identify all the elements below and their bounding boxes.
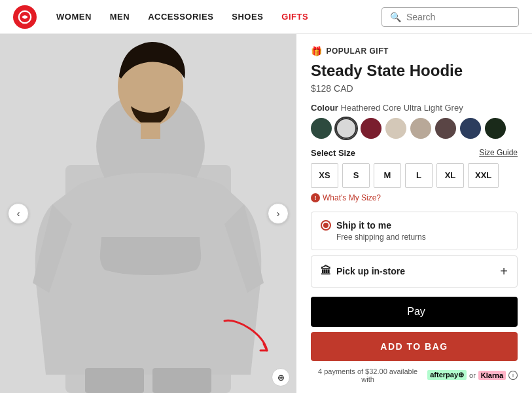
size-xxl[interactable]: XXL (468, 163, 499, 188)
add-to-bag-button[interactable]: ADD TO BAG (311, 332, 518, 361)
product-image-area: ‹ › ⊕ (0, 34, 296, 393)
colour-section: Colour Heathered Core Ultra Light Grey (311, 103, 518, 139)
ship-to-me-radio (321, 220, 331, 231)
search-icon: 🔍 (390, 12, 401, 22)
size-section: Select Size Size Guide XS S M L XL XXL !… (311, 148, 518, 202)
main-nav: WOMEN MEN ACCESSORIES SHOES GIFTS (56, 12, 381, 22)
swatch-dark-brown[interactable] (435, 118, 456, 139)
product-image (0, 34, 296, 393)
header: WOMEN MEN ACCESSORIES SHOES GIFTS 🔍 (0, 0, 532, 34)
product-details: 🎁 POPULAR GIFT Steady State Hoodie $128 … (296, 34, 532, 393)
logo-icon (13, 5, 37, 29)
afterpay-info: 4 payments of $32.00 available with afte… (311, 367, 518, 383)
size-label: Select Size (311, 148, 355, 158)
apple-pay-label: Pay (407, 306, 425, 318)
info-icon: ! (311, 193, 320, 202)
badge-label: POPULAR GIFT (327, 47, 389, 56)
size-m[interactable]: M (374, 163, 401, 188)
svg-rect-5 (85, 368, 144, 393)
swatch-ultra-light-grey[interactable] (336, 118, 357, 139)
ship-to-me-label: Ship it to me (336, 220, 391, 231)
ship-to-me-header: Ship it to me (321, 220, 508, 231)
nav-gifts[interactable]: GIFTS (281, 12, 308, 22)
afterpay-text: 4 payments of $32.00 available with (311, 367, 425, 383)
swatch-dark-green[interactable] (311, 118, 332, 139)
swatch-burgundy[interactable] (361, 118, 381, 139)
nav-shoes[interactable]: SHOES (232, 12, 263, 22)
search-input[interactable] (406, 12, 510, 22)
afterpay-logo: afterpay⊕ (427, 370, 467, 380)
swatch-navy[interactable] (460, 118, 481, 139)
store-icon: 🏛 (321, 265, 331, 277)
size-s[interactable]: S (342, 163, 370, 188)
colour-swatches (311, 118, 518, 139)
swatch-dark-forest[interactable] (485, 118, 506, 139)
pickup-option[interactable]: 🏛 Pick up in-store + (311, 255, 518, 288)
size-l[interactable]: L (405, 163, 433, 188)
product-price: $128 CAD (311, 83, 518, 94)
svg-rect-6 (152, 368, 211, 393)
whats-my-size-link[interactable]: ! What's My Size? (311, 193, 518, 202)
search-box[interactable]: 🔍 (381, 7, 519, 27)
size-xl[interactable]: XL (436, 163, 464, 188)
colour-label: Colour Heathered Core Ultra Light Grey (311, 103, 518, 113)
nav-women[interactable]: WOMEN (56, 12, 92, 22)
shipping-sub-label: Free shipping and returns (321, 233, 508, 242)
apple-pay-button[interactable]: Pay (311, 297, 518, 327)
pickup-label: 🏛 Pick up in-store (321, 265, 405, 277)
nav-men[interactable]: MEN (110, 12, 130, 22)
ship-to-me-option[interactable]: Ship it to me Free shipping and returns (311, 212, 518, 250)
payment-info-icon[interactable]: i (508, 371, 518, 380)
pickup-label-text: Pick up in-store (336, 266, 405, 276)
size-buttons: XS S M L XL XXL (311, 163, 518, 188)
swatch-tan[interactable] (410, 118, 431, 139)
colour-name: Heathered Core Ultra Light Grey (341, 103, 463, 113)
main-content: ‹ › ⊕ 🎁 POPULAR GIFT Steady State Hoodie… (0, 34, 532, 393)
size-guide-link[interactable]: Size Guide (479, 148, 518, 157)
next-image-button[interactable]: › (268, 203, 289, 224)
popular-gift-badge: 🎁 POPULAR GIFT (311, 46, 518, 56)
swatch-light-beige[interactable] (385, 118, 406, 139)
pickup-expand-icon: + (500, 264, 508, 279)
klarna-logo: Klarna (478, 371, 506, 380)
prev-image-button[interactable]: ‹ (8, 203, 29, 224)
product-title: Steady State Hoodie (311, 62, 518, 81)
size-header: Select Size Size Guide (311, 148, 518, 158)
size-xs[interactable]: XS (311, 163, 338, 188)
zoom-button[interactable]: ⊕ (272, 368, 290, 386)
or-label: or (469, 371, 476, 379)
gift-icon: 🎁 (311, 46, 323, 56)
logo[interactable] (13, 5, 37, 29)
whats-my-size-label: What's My Size? (323, 193, 381, 202)
svg-rect-4 (141, 122, 160, 139)
nav-accessories[interactable]: ACCESSORIES (148, 12, 213, 22)
